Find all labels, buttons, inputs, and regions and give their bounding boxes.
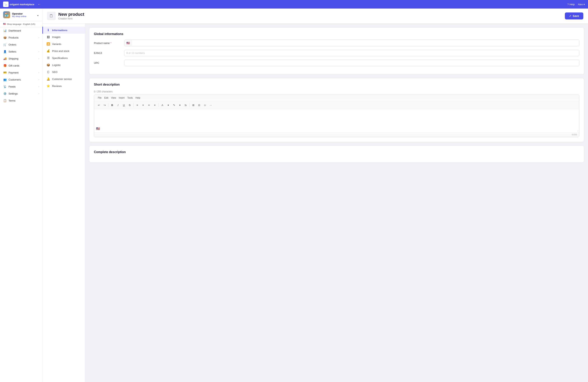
menu-item-file[interactable]: File <box>96 96 103 100</box>
menu-item-help[interactable]: Help <box>134 96 142 100</box>
editor-body[interactable]: 🇺🇸 ⌟ <box>94 109 579 132</box>
help-circle-icon: ? <box>567 3 569 6</box>
menu-item-tools[interactable]: Tools <box>126 96 134 100</box>
sidebar-item-products[interactable]: 📦 Products › <box>0 34 42 41</box>
font-color-button[interactable]: A <box>160 102 165 108</box>
product-nav-price-and-stock[interactable]: 💰 Price and stock <box>42 47 85 54</box>
operator-section[interactable]: 🏪 Operator My shop online ⌄ <box>0 9 42 21</box>
italic-button[interactable]: I <box>115 102 121 108</box>
short-description-title: Short description <box>94 83 579 86</box>
settings-icon: ⚙️ <box>3 92 7 95</box>
short-description-section: Short description 0 / 255 characters Fil… <box>89 78 584 142</box>
dashboard-icon: 📊 <box>3 29 7 32</box>
nav-item-label: Payment <box>9 71 19 74</box>
payment-icon: 💳 <box>3 71 7 74</box>
product-nav-logistic[interactable]: 📦 Logistic <box>42 62 85 68</box>
nav-item-label: Customers <box>9 78 21 81</box>
nav-item-left: 👥 Customers <box>3 78 21 81</box>
sidebar-item-customers[interactable]: 👥 Customers › <box>0 76 42 83</box>
products-icon: 📦 <box>3 36 7 39</box>
product-nav-informations[interactable]: ℹ Informations <box>42 27 85 34</box>
redo-button[interactable]: ↪ <box>102 102 107 108</box>
product-nav: ℹ Informations 🖼 Images 🔀 Variants 💰 Pri… <box>42 23 85 382</box>
global-informations-section: Global informations Product name * 🇺🇸 <box>89 27 584 74</box>
operator-sub: My shop online <box>12 15 26 18</box>
page-header-left: 🗒 New product Creation form <box>47 12 84 20</box>
two-col-layout: ℹ Informations 🖼 Images 🔀 Variants 💰 Pri… <box>42 23 588 382</box>
product-nav-label: Images <box>52 36 61 39</box>
sidebar-item-sellers[interactable]: 👤 Sellers › <box>0 48 42 55</box>
toolbar-separator <box>108 103 108 107</box>
table-button[interactable]: ⊞ <box>190 102 196 108</box>
operator-chevron-icon: ⌄ <box>37 13 39 17</box>
logo: 🦢 origami marketplace <box>3 1 34 7</box>
strikethrough-button[interactable]: S <box>127 102 132 108</box>
sidebar-item-shipping[interactable]: 🚚 Shipping › <box>0 55 42 62</box>
menu-item-insert[interactable]: Insert <box>117 96 126 100</box>
underline-button[interactable]: U <box>121 102 126 108</box>
undo-button[interactable]: ↩ <box>96 102 102 108</box>
font-color-chevron[interactable]: ▾ <box>166 102 171 108</box>
sidebar: 🏪 Operator My shop online ⌄ 🇺🇸 Shop lang… <box>0 9 42 382</box>
product-nav-label: Customer service <box>52 78 72 81</box>
nav-item-label: Feeds <box>9 85 16 88</box>
sidebar-item-giftcards[interactable]: 🎁 Gift cards <box>0 62 42 69</box>
save-button[interactable]: ✓ Save <box>565 12 583 20</box>
nav-chevron-icon: › <box>39 72 39 74</box>
highlight-button[interactable]: ✎ <box>171 102 177 108</box>
giftcards-icon: 🎁 <box>3 64 7 67</box>
product-nav-customer-service[interactable]: 🔔 Customer service <box>42 75 85 83</box>
align-center-button[interactable]: ≡ <box>140 102 146 108</box>
product-nav-label: Specifications <box>52 57 68 60</box>
main-layout: 🏪 Operator My shop online ⌄ 🇺🇸 Shop lang… <box>0 9 588 382</box>
sidebar-item-payment[interactable]: 💳 Payment › <box>0 69 42 76</box>
upc-input[interactable] <box>124 60 579 66</box>
align-right-button[interactable]: ≡ <box>146 102 152 108</box>
sidebar-item-dashboard[interactable]: 📊 Dashboard <box>0 27 42 34</box>
top-navigation: 🦢 origami marketplace ← ? Help Alex ▾ <box>0 0 588 9</box>
resize-handle[interactable]: ⌟ <box>577 129 578 132</box>
align-justify-button[interactable]: ≡ <box>152 102 158 108</box>
nav-item-label: Products <box>9 36 19 39</box>
more-button[interactable]: ··· <box>208 102 213 108</box>
nav-item-label: Terms <box>9 99 15 102</box>
nav-chevron-icon: › <box>39 37 39 39</box>
help-label: Help <box>569 3 575 6</box>
product-nav-label: Reviews <box>52 85 62 87</box>
sidebar-item-settings[interactable]: ⚙️ Settings › <box>0 90 42 97</box>
sidebar-item-orders[interactable]: 🛒 Orders <box>0 41 42 48</box>
emoji-button[interactable]: ☺ <box>202 102 208 108</box>
product-name-input[interactable] <box>132 40 579 46</box>
sidebar-item-feeds[interactable]: 📡 Feeds › <box>0 83 42 90</box>
product-name-label: Product name * <box>94 42 121 44</box>
checkmark-icon: ✓ <box>569 14 571 18</box>
formula-button[interactable]: fx <box>183 102 189 108</box>
feeds-icon: 📡 <box>3 85 7 88</box>
operator-icon: 🏪 <box>3 11 10 18</box>
product-nav-seo[interactable]: ⟨⟩ SEO <box>42 68 85 75</box>
product-nav-variants[interactable]: 🔀 Variants <box>42 41 85 47</box>
sidebar-item-terms[interactable]: 📋 Terms <box>0 97 42 104</box>
menu-item-view[interactable]: View <box>110 96 117 100</box>
collapse-button[interactable]: ← <box>37 2 41 6</box>
complete-description-title: Complete description <box>94 150 579 154</box>
align-left-button[interactable]: ≡ <box>135 102 140 108</box>
product-nav-reviews[interactable]: ⭐ Reviews <box>42 83 85 89</box>
editor-footer: 0/255 <box>94 132 579 137</box>
product-nav-images[interactable]: 🖼 Images <box>42 34 85 41</box>
logistic-nav-icon: 📦 <box>46 63 50 67</box>
ean13-input-wrap <box>124 50 579 56</box>
special-char-button[interactable]: Ω <box>196 102 202 108</box>
user-menu-button[interactable]: Alex ▾ <box>578 3 585 6</box>
page-title: New product <box>58 12 84 17</box>
highlight-chevron[interactable]: ▾ <box>177 102 183 108</box>
product-nav-specifications[interactable]: ☰ Specifications <box>42 54 85 62</box>
bold-button[interactable]: B <box>109 102 115 108</box>
upc-row: UPC <box>94 60 579 66</box>
ean13-input[interactable] <box>124 50 579 56</box>
help-button[interactable]: ? Help <box>567 3 575 6</box>
user-label: Alex <box>578 3 583 6</box>
customers-icon: 👥 <box>3 78 7 81</box>
menu-item-edit[interactable]: Edit <box>103 96 110 100</box>
seo-nav-icon: ⟨⟩ <box>46 70 50 74</box>
